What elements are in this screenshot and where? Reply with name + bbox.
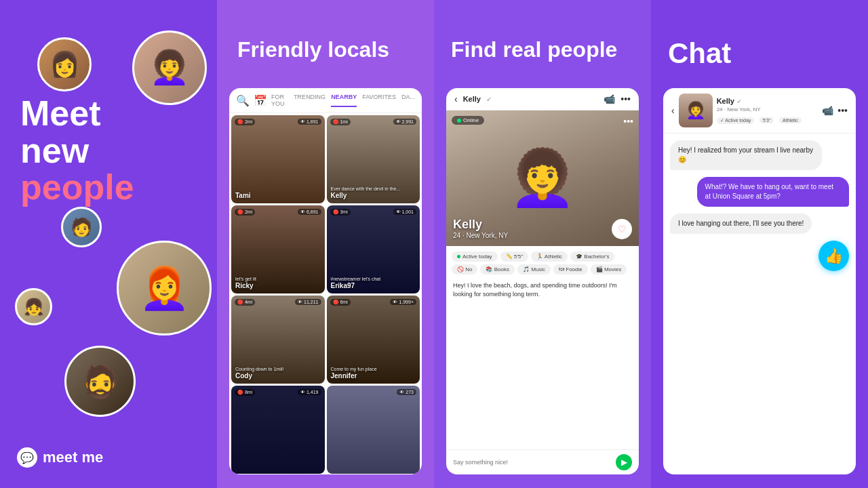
tag-body: 🏃 Athletic bbox=[531, 251, 568, 262]
panel2-title: Friendly locals bbox=[237, 37, 389, 62]
distance-badge: 🔴 4mi bbox=[235, 299, 255, 306]
chat-user-tags: ✓ Active today 5'3" Athletic bbox=[717, 113, 818, 125]
streamer-erika[interactable]: 🔴 3mi 👁 1,001 #newstreamer let's chat Er… bbox=[327, 205, 420, 293]
verified-icon: ✓ bbox=[736, 98, 742, 105]
send-button[interactable]: ▶ bbox=[616, 454, 632, 470]
message-2: What!? We have to hang out, want to meet… bbox=[697, 177, 849, 207]
like-button[interactable]: ♡ bbox=[612, 219, 632, 239]
panel-friendly-locals: Friendly locals 🔍 📅 FOR YOU TRENDING NEA… bbox=[217, 0, 434, 488]
options-icon[interactable]: ••• bbox=[837, 105, 848, 116]
search-icon[interactable]: 🔍 bbox=[236, 94, 250, 107]
avatar-5: 👧 bbox=[15, 288, 52, 325]
phone-mockup-chat: ‹ 👩‍🦱 Kelly ✓ 24 · New York, NY ✓ Active… bbox=[663, 88, 856, 474]
streamer-sub: Counting down to 1mil! bbox=[235, 367, 321, 371]
viewer-count: 👁 1,891 bbox=[298, 119, 321, 125]
streamer-sub: let's get lit bbox=[235, 277, 321, 281]
profile-location: 24 · New York, NY bbox=[453, 232, 508, 239]
distance-badge: 🔴 6mi bbox=[330, 299, 351, 306]
streamer-name: Erika97 bbox=[331, 282, 355, 289]
message-3: I love hanging out there, I'll see you t… bbox=[670, 214, 812, 234]
tag-active: ✓ Active today bbox=[717, 117, 755, 124]
streamer-cody[interactable]: 🔴 4mi 👁 11,211 Counting down to 1mil! Co… bbox=[231, 296, 325, 384]
streamer-name: Jennifer bbox=[331, 372, 357, 380]
chat-header: ‹ 👩‍🦱 Kelly ✓ 24 · New York, NY ✓ Active… bbox=[663, 88, 856, 134]
panel-find-real-people: Find real people ‹ Kelly ✓ 📹 ••• 👩‍🦱 Onl… bbox=[434, 0, 651, 488]
distance-badge: 🔴 3mi bbox=[330, 209, 351, 216]
back-icon[interactable]: ‹ bbox=[454, 94, 458, 104]
avatar-2: 👩‍🦱 bbox=[132, 30, 207, 105]
tab-trending[interactable]: TRENDING bbox=[294, 94, 326, 107]
online-dot bbox=[457, 119, 461, 123]
message-input[interactable] bbox=[453, 459, 612, 466]
tab-for-you[interactable]: FOR YOU bbox=[271, 94, 288, 107]
streamer-name: Kelly bbox=[331, 192, 347, 199]
viewer-count: 👁 1,419 bbox=[298, 389, 321, 395]
distance-badge: 🔴 1mi bbox=[330, 119, 351, 125]
panel-meet-new-people: 👩 👩‍🦱 🧑 👩‍🦰 👧 🧔 Meet new people 💬 meet m… bbox=[0, 0, 217, 488]
calendar-icon[interactable]: 📅 bbox=[254, 94, 267, 107]
profile-name-overlay: Kelly 24 · New York, NY bbox=[453, 218, 508, 239]
profile-name-header: Kelly bbox=[463, 95, 481, 103]
tag-height: 5'3" bbox=[760, 117, 774, 123]
streamer-sub: Ever dance with the devil in the... bbox=[331, 186, 416, 191]
meetme-logo: 💬 meet me bbox=[17, 447, 103, 468]
streamer-jennifer[interactable]: 🔴 6mi 👁 1,999+ Come to my fun place Jenn… bbox=[327, 296, 420, 384]
chat-avatar: 👩‍🦱 bbox=[679, 94, 713, 127]
chat-user-name: Kelly ✓ bbox=[717, 97, 818, 105]
distance-badge: 🔴 2mi bbox=[235, 209, 255, 216]
video-call-icon[interactable]: 📹 bbox=[822, 105, 833, 116]
video-icon[interactable]: 📹 bbox=[604, 94, 615, 104]
message-1: Hey! I realized from your stream I live … bbox=[670, 140, 822, 170]
thumbs-up-button[interactable]: 👍 bbox=[818, 241, 849, 271]
panel3-title: Find real people bbox=[451, 37, 617, 62]
back-icon[interactable]: ‹ bbox=[671, 105, 675, 116]
streamer-extra1[interactable]: 🔴 8mi 👁 1,419 bbox=[231, 386, 325, 474]
streamer-extra2[interactable]: 👁 273 bbox=[327, 386, 420, 474]
streamer-tami[interactable]: 🔴 2mi 👁 1,891 Tami bbox=[231, 115, 325, 203]
streamer-kelly[interactable]: 🔴 1mi 👁 2,991 Ever dance with the devil … bbox=[327, 115, 420, 203]
tab-nearby[interactable]: NEARBY bbox=[331, 94, 357, 107]
profile-bio: Hey! I love the beach, dogs, and spendin… bbox=[446, 277, 639, 302]
streamer-name: Cody bbox=[235, 372, 252, 380]
viewer-count: 👁 2,991 bbox=[393, 119, 416, 125]
profile-more-button[interactable]: ••• bbox=[623, 116, 633, 127]
tag-body: Athletic bbox=[779, 117, 802, 123]
avatar-6: 🧔 bbox=[64, 346, 136, 417]
tag-music: 🎵 Music bbox=[517, 264, 551, 274]
viewer-count: 👁 6,891 bbox=[298, 209, 321, 215]
profile-display-name: Kelly bbox=[453, 218, 508, 232]
chat-user-info: Kelly ✓ 24 · New York, NY ✓ Active today… bbox=[717, 97, 818, 125]
streamer-name: Ricky bbox=[235, 282, 254, 289]
viewer-count: 👁 11,211 bbox=[295, 299, 321, 305]
profile-photo: 👩‍🦱 Online ••• ♡ Kelly 24 · New York, NY bbox=[446, 110, 639, 246]
tag-food: 🍽 Foodie bbox=[553, 264, 588, 274]
tab-more[interactable]: DA... bbox=[401, 94, 415, 107]
more-icon[interactable]: ••• bbox=[620, 94, 631, 104]
chat-user-meta: 24 · New York, NY bbox=[717, 106, 818, 113]
tag-edu: 🎓 Bachelor's bbox=[570, 251, 614, 262]
tag-kids: 🚫 No bbox=[452, 264, 477, 274]
profile-tags: Active today 📏 5'5" 🏃 Athletic 🎓 Bachelo… bbox=[446, 246, 639, 277]
logo-icon: 💬 bbox=[17, 447, 37, 468]
headline-line2: new bbox=[20, 132, 134, 169]
avatar-3: 🧑 bbox=[61, 207, 102, 247]
distance-badge: 🔴 2mi bbox=[235, 119, 255, 125]
phone-mockup-profile: ‹ Kelly ✓ 📹 ••• 👩‍🦱 Online ••• ♡ Kelly 2… bbox=[446, 88, 639, 474]
viewer-count: 👁 1,999+ bbox=[390, 299, 416, 305]
tag-height: 📏 5'5" bbox=[500, 251, 529, 262]
tag-active: Active today bbox=[452, 251, 498, 262]
tab-favorites[interactable]: FAVORITES bbox=[362, 94, 396, 107]
message-input-bar[interactable]: ▶ bbox=[446, 449, 639, 474]
send-icon: ▶ bbox=[621, 458, 627, 467]
streamer-ricky[interactable]: 🔴 2mi 👁 6,891 let's get lit Ricky bbox=[231, 205, 325, 293]
avatar-1: 👩 bbox=[37, 37, 92, 92]
profile-header-bar: ‹ Kelly ✓ 📹 ••• bbox=[446, 88, 639, 110]
phone-mockup-locals: 🔍 📅 FOR YOU TRENDING NEARBY FAVORITES DA… bbox=[229, 88, 422, 474]
search-bar[interactable]: 🔍 📅 FOR YOU TRENDING NEARBY FAVORITES DA… bbox=[229, 88, 422, 113]
headline-line1: Meet bbox=[20, 95, 134, 132]
viewer-count: 👁 273 bbox=[397, 389, 416, 395]
viewer-count: 👁 1,001 bbox=[393, 209, 416, 215]
panel4-title: Chat bbox=[668, 37, 731, 70]
distance-badge: 🔴 8mi bbox=[235, 389, 255, 396]
streamer-name: Tami bbox=[235, 192, 251, 199]
